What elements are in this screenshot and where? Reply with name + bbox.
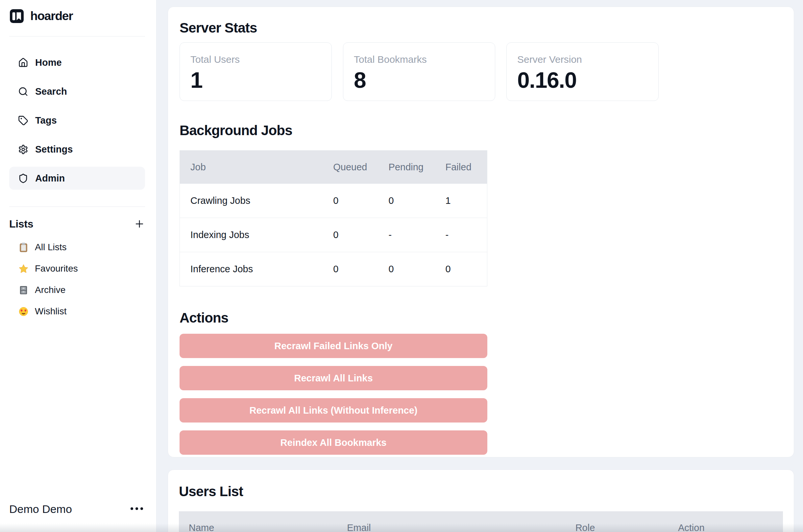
background-jobs-table: Job Queued Pending Failed Crawling Jobs … <box>179 150 487 286</box>
tag-icon <box>18 115 28 126</box>
users-list-card: Users List Name Email Role Action <box>168 470 794 532</box>
table-header-row: Job Queued Pending Failed <box>180 151 487 184</box>
stat-label: Total Users <box>190 54 331 65</box>
cabinet-emoji-icon <box>18 285 28 295</box>
recrawl-failed-links-button[interactable]: Recrawl Failed Links Only <box>179 334 487 358</box>
stat-value: 0.16.0 <box>517 67 658 93</box>
clipboard-emoji-icon <box>18 242 28 252</box>
queued-cell: 0 <box>323 184 378 218</box>
list-item-label: Archive <box>35 285 65 295</box>
sidebar-item-label: Search <box>35 86 67 97</box>
failed-cell: 1 <box>435 184 487 218</box>
pending-cell: - <box>378 218 435 252</box>
job-name-cell: Indexing Jobs <box>180 218 323 252</box>
shield-icon <box>18 173 28 184</box>
stat-label: Server Version <box>517 54 658 65</box>
list-item-label: Wishlist <box>35 306 66 317</box>
list-item-archive[interactable]: Archive <box>9 282 145 298</box>
column-header-queued: Queued <box>323 151 378 184</box>
sidebar-item-label: Admin <box>35 173 65 184</box>
heart-eyes-emoji-icon <box>18 306 28 317</box>
sidebar-divider-top <box>9 36 145 37</box>
ellipsis-icon <box>130 507 144 511</box>
server-stats-row: Total Users 1 Total Bookmarks 8 Server V… <box>179 42 782 101</box>
stat-value: 8 <box>354 67 495 93</box>
queued-cell: 0 <box>323 252 378 286</box>
job-name-cell: Inference Jobs <box>180 252 323 286</box>
app-title: hoarder <box>30 9 73 23</box>
pending-cell: 0 <box>378 184 435 218</box>
list-item-favourites[interactable]: Favourites <box>9 261 145 276</box>
sidebar-nav: Home Search Tags Settings <box>9 51 145 190</box>
star-emoji-icon <box>18 264 28 274</box>
job-name-cell: Crawling Jobs <box>180 184 323 218</box>
list-item-label: All Lists <box>35 242 66 252</box>
failed-cell: 0 <box>435 252 487 286</box>
lists-items: All Lists Favourites Archive <box>9 240 145 319</box>
stat-card-total-users: Total Users 1 <box>179 42 332 101</box>
search-icon <box>18 87 28 97</box>
list-item-wishlist[interactable]: Wishlist <box>9 304 145 319</box>
sidebar-item-search[interactable]: Search <box>9 80 145 103</box>
lists-title: Lists <box>9 218 33 230</box>
column-header-role: Role <box>566 511 668 532</box>
sidebar-item-tags[interactable]: Tags <box>9 109 145 132</box>
recrawl-all-links-button[interactable]: Recrawl All Links <box>179 366 487 390</box>
hoarder-logo-icon <box>10 9 24 23</box>
users-list-title: Users List <box>179 484 783 499</box>
column-header-pending: Pending <box>378 151 435 184</box>
gear-icon <box>18 144 28 154</box>
background-jobs-title: Background Jobs <box>179 122 782 138</box>
sidebar-item-settings[interactable]: Settings <box>9 138 145 161</box>
column-header-failed: Failed <box>435 151 487 184</box>
plus-icon <box>134 218 145 229</box>
recrawl-all-links-without-inference-button[interactable]: Recrawl All Links (Without Inference) <box>179 398 487 422</box>
column-header-name: Name <box>179 511 337 532</box>
stat-label: Total Bookmarks <box>354 54 495 65</box>
actions-title: Actions <box>179 310 782 326</box>
admin-panel-card: Server Stats Total Users 1 Total Bookmar… <box>168 6 794 457</box>
sidebar-item-label: Home <box>35 57 62 68</box>
sidebar-item-admin[interactable]: Admin <box>9 167 145 190</box>
users-list-table: Name Email Role Action <box>179 511 783 532</box>
stat-card-server-version: Server Version 0.16.0 <box>506 42 658 101</box>
sidebar: hoarder Home Search Tags <box>0 0 156 532</box>
home-icon <box>18 58 28 68</box>
reindex-all-bookmarks-button[interactable]: Reindex All Bookmarks <box>179 431 487 455</box>
sidebar-item-home[interactable]: Home <box>9 51 145 74</box>
column-header-email: Email <box>337 511 565 532</box>
user-row: Demo Demo <box>9 501 145 517</box>
user-name: Demo Demo <box>9 503 72 516</box>
table-row: Inference Jobs 0 0 0 <box>180 252 487 286</box>
pending-cell: 0 <box>378 252 435 286</box>
lists-header: Lists <box>9 217 145 231</box>
sidebar-item-label: Settings <box>35 144 73 155</box>
add-list-button[interactable] <box>134 218 145 229</box>
list-item-label: Favourites <box>35 263 78 274</box>
actions-stack: Recrawl Failed Links Only Recrawl All Li… <box>179 334 487 455</box>
server-stats-title: Server Stats <box>179 20 782 36</box>
stat-card-total-bookmarks: Total Bookmarks 8 <box>343 42 495 101</box>
table-header-row: Name Email Role Action <box>179 511 783 532</box>
column-header-job: Job <box>180 151 323 184</box>
main-content: Server Stats Total Users 1 Total Bookmar… <box>168 6 794 532</box>
table-row: Crawling Jobs 0 0 1 <box>180 184 487 218</box>
queued-cell: 0 <box>323 218 378 252</box>
list-item-all-lists[interactable]: All Lists <box>9 240 145 255</box>
app-logo[interactable]: hoarder <box>10 9 145 23</box>
sidebar-item-label: Tags <box>35 115 57 126</box>
sidebar-divider-lists <box>9 207 145 207</box>
stat-value: 1 <box>190 67 331 93</box>
failed-cell: - <box>435 218 487 252</box>
table-row: Indexing Jobs 0 - - <box>180 218 487 252</box>
column-header-action: Action <box>668 511 783 532</box>
user-menu-button[interactable] <box>129 507 145 512</box>
